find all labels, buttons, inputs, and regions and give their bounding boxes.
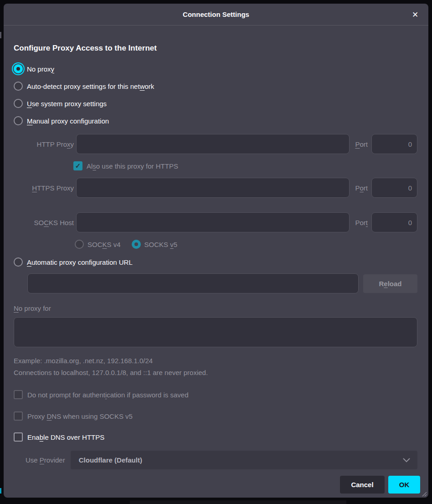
check-icon: ✓ [75, 162, 81, 170]
close-icon: ✕ [412, 10, 418, 19]
provider-dropdown[interactable]: Cloudflare (Default) [71, 451, 417, 469]
reload-label: Reload [379, 280, 401, 288]
label-text: v [170, 241, 174, 248]
http-proxy-input[interactable] [76, 134, 350, 154]
label-text: anual proxy configuration [33, 117, 109, 125]
enable-doh-checkbox[interactable] [14, 432, 23, 442]
label-text: P [355, 184, 360, 192]
socks-v5-label: SOCKS v5 [144, 241, 178, 248]
label-text: S v4 [107, 241, 121, 248]
label-text: SOCKS [144, 241, 170, 248]
dialog-title: Connection Settings [183, 10, 249, 18]
system-proxy-radio[interactable] [14, 99, 23, 108]
close-button[interactable]: ✕ [408, 8, 422, 22]
label-text: w [140, 82, 145, 90]
label-text: y [71, 140, 74, 148]
also-https-checkbox[interactable]: ✓ [73, 161, 82, 170]
system-proxy-label: Use system proxy settings [27, 100, 107, 108]
radio-row-manual-proxy[interactable]: Manual proxy configuration [14, 112, 417, 129]
no-prompt-auth-row[interactable]: Do not prompt for authentication if pass… [14, 390, 417, 399]
radio-row-system-proxy[interactable]: Use system proxy settings [14, 95, 417, 112]
label-text: M [27, 117, 33, 125]
dialog-footer: Cancel OK [4, 469, 428, 494]
label-text: o use this proxy for HTTPS [96, 162, 178, 170]
https-proxy-input[interactable] [76, 178, 350, 198]
provider-row: Use Provider Cloudflare (Default) [26, 451, 417, 469]
also-https-row[interactable]: ✓ Also use this proxy for HTTPS [73, 161, 417, 170]
label-text: No prox [27, 65, 51, 73]
label-text: e [384, 280, 387, 288]
page-title: Configure Proxy Access to the Internet [14, 44, 417, 53]
label-text: 5 [174, 241, 177, 248]
radio-row-no-proxy[interactable]: No proxy [14, 60, 417, 77]
radio-row-autoproxy-url[interactable]: Automatic proxy configuration URL [14, 253, 417, 271]
no-proxy-for-textarea[interactable] [14, 317, 417, 347]
autoproxy-url-radio[interactable] [14, 257, 23, 267]
reload-button[interactable]: Reload [363, 274, 417, 293]
background-artifact [0, 32, 1, 38]
label-text: ort [360, 140, 368, 148]
label-text: HTTP Pro [37, 140, 67, 148]
no-proxy-radio[interactable] [14, 64, 23, 73]
proxy-dns-row[interactable]: Proxy DNS when using SOCKS v5 [14, 411, 417, 421]
label-text: SOC [87, 241, 103, 248]
label-text: le DNS over HTTPS [43, 433, 104, 441]
socks-host-input[interactable] [76, 212, 350, 232]
socks-host-row: SOCKS Host Port [14, 212, 417, 232]
label-text: R [379, 280, 384, 288]
proxy-dns-label: Proxy DNS when using SOCKS v5 [27, 412, 133, 420]
no-prompt-auth-label: Do not prompt for authentication if pass… [27, 391, 189, 399]
no-prompt-auth-checkbox[interactable] [14, 390, 23, 399]
auto-detect-label: Auto-detect proxy settings for this netw… [27, 82, 154, 90]
proxy-dns-checkbox[interactable] [14, 411, 23, 421]
socks-port-input[interactable] [371, 212, 417, 232]
label-text: o [360, 184, 363, 192]
label-text: s [93, 162, 96, 170]
auto-detect-radio[interactable] [14, 82, 23, 91]
manual-proxy-radio[interactable] [14, 116, 23, 125]
https-port-input[interactable] [371, 178, 417, 198]
enable-doh-row[interactable]: Enable DNS over HTTPS [14, 432, 417, 442]
label-text: P [40, 456, 44, 464]
label-text: K [103, 241, 107, 248]
ok-button[interactable]: OK [388, 476, 420, 494]
chevron-down-icon [403, 458, 410, 463]
label-text: H [32, 184, 37, 192]
background-strip [130, 500, 346, 504]
connection-settings-dialog: Connection Settings ✕ Configure Proxy Ac… [4, 4, 428, 498]
cancel-button[interactable]: Cancel [340, 476, 385, 494]
socks-v4-label: SOCKS v4 [87, 241, 121, 248]
socks-v4-radio[interactable] [75, 240, 84, 249]
no-proxy-for-label: No proxy for [14, 304, 417, 314]
socks-v5-radio[interactable] [132, 240, 141, 249]
radio-row-auto-detect[interactable]: Auto-detect proxy settings for this netw… [14, 77, 417, 95]
background-artifact [0, 488, 1, 494]
autoproxy-url-row: Reload [27, 273, 417, 293]
http-proxy-label: HTTP Proxy [14, 140, 74, 148]
label-text: Al [87, 162, 93, 170]
enable-doh-label: Enable DNS over HTTPS [27, 433, 104, 441]
label-text: U [27, 100, 32, 108]
label-text: NS when using SOCKS v5 [51, 412, 133, 420]
label-text: C [44, 219, 49, 226]
http-port-input[interactable] [371, 134, 417, 154]
https-port-label: Port [350, 184, 368, 192]
label-text: SO [34, 219, 44, 226]
resize-grip-icon[interactable] [421, 491, 427, 497]
socks-version-row: SOCKS v4 SOCKS v5 [75, 240, 417, 249]
label-text: TTPS Proxy [37, 184, 74, 192]
http-proxy-row: HTTP Proxy Port [14, 134, 417, 154]
dialog-body: Configure Proxy Access to the Internet N… [4, 26, 428, 469]
http-port-label: Port [350, 140, 368, 148]
autoproxy-url-input[interactable] [27, 273, 359, 293]
manual-proxy-label: Manual proxy configuration [27, 117, 109, 125]
https-proxy-label: HTTPS Proxy [14, 184, 74, 192]
dialog-header: Connection Settings ✕ [4, 4, 428, 26]
label-text: t [366, 219, 368, 226]
no-proxy-note-text: Connections to localhost, 127.0.0.1/8, a… [14, 368, 417, 377]
label-text: load [388, 280, 402, 288]
label-text: b [40, 433, 43, 441]
label-text: y [51, 65, 55, 73]
label-text: Ena [27, 433, 40, 441]
label-text: rovider [44, 456, 65, 464]
